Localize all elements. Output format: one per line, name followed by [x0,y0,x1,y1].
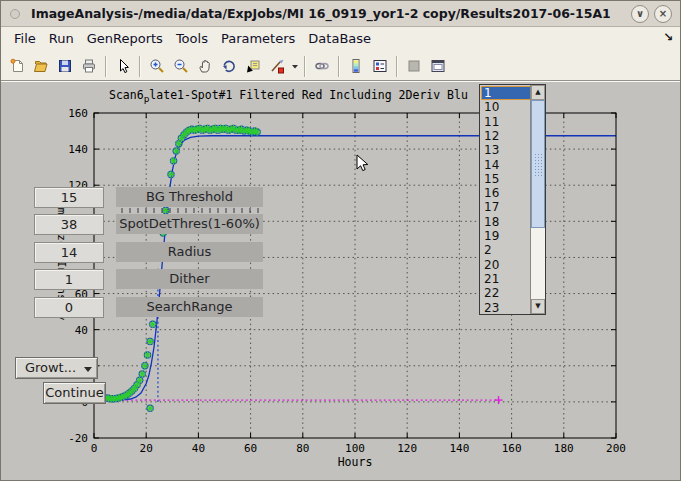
menu-item-genreports[interactable]: GenReports [87,31,163,46]
svg-text:140: 140 [68,143,88,156]
svg-text:Scan6plate1-Spot#1 Filtered Re: Scan6plate1-Spot#1 Filtered Red Includin… [109,88,468,104]
svg-text:-20: -20 [68,432,88,445]
scrollbar-grip [534,153,543,177]
dropdown-item-13[interactable]: 13 [481,143,533,157]
window-menu-button[interactable] [10,9,20,19]
menu-item-parameters[interactable]: Parameters [221,31,295,46]
svg-text:200: 200 [606,442,626,455]
bg-threshold-label: BG Threshold [116,187,263,207]
data-cursor-icon[interactable] [241,53,265,79]
spot-det-thres-label: SpotDetThres(1-60%) [116,214,263,234]
app-window: ImageAnalysis-/media/data/ExpJobs/MI 16_… [0,0,681,481]
dropdown-item-14[interactable]: 14 [481,158,533,172]
dock-figure-icon[interactable] [426,53,450,79]
dropdown-item-18[interactable]: 18 [481,215,533,229]
menu-item-tools[interactable]: Tools [176,31,208,46]
dropdown-item-11[interactable]: 11 [481,115,533,129]
svg-text:160: 160 [68,107,88,120]
brush-icon[interactable] [265,53,289,79]
dropdown-item-23[interactable]: 23 [481,301,533,315]
menu-item-file[interactable]: File [14,31,36,46]
close-window-button[interactable]: × [654,5,672,23]
open-file-icon[interactable] [29,53,53,79]
dropdown-item-22[interactable]: 22 [481,286,533,300]
spot-det-thres-input[interactable] [34,214,104,235]
search-range-input[interactable] [34,297,104,318]
svg-text:160: 160 [502,442,522,455]
zoom-in-icon[interactable] [145,53,169,79]
dither-input[interactable] [34,269,104,290]
radius-label: Radius [116,242,263,262]
radius-input[interactable] [34,242,104,263]
edit-plot-icon[interactable] [111,53,135,79]
svg-text:20: 20 [140,442,153,455]
dropdown-item-16[interactable]: 16 [481,186,533,200]
svg-text:180: 180 [554,442,574,455]
svg-text:40: 40 [192,442,205,455]
colorbar-icon[interactable] [344,53,368,79]
bg-threshold-input[interactable] [34,187,104,208]
spot-number-dropdown-list: 110111213141516171819220212223 ▲ ▼ [479,84,546,315]
dropdown-caret-icon [84,367,92,372]
scroll-down-icon[interactable]: ▼ [531,299,545,314]
scrollbar-thumb[interactable] [531,100,545,228]
svg-text:120: 120 [397,442,417,455]
dropdown-item-15[interactable]: 15 [481,172,533,186]
mouse-cursor [356,154,372,174]
menubar: ↘ FileRunGenReportsToolsParametersDataBa… [1,27,680,52]
window-title: ImageAnalysis-/media/data/ExpJobs/MI 16_… [31,1,610,26]
dropdown-item-21[interactable]: 21 [481,272,533,286]
new-figure-icon[interactable] [5,53,29,79]
dropdown-scrollbar[interactable]: ▲ ▼ [530,85,545,314]
toolbar-separator [396,56,398,77]
pan-icon[interactable] [193,53,217,79]
toolbar-separator [304,56,306,77]
print-icon[interactable] [77,53,101,79]
svg-text:60: 60 [244,442,257,455]
toolbar-separator [139,56,141,77]
toolbar [1,52,680,81]
growth-menu-button[interactable]: Growt... [15,357,98,379]
svg-text:140: 140 [449,442,469,455]
titlebar: ImageAnalysis-/media/data/ExpJobs/MI 16_… [1,1,680,27]
dither-label: Dither [116,269,263,289]
svg-text:40: 40 [75,324,88,337]
occluded-text-fragment [121,208,259,213]
dropdown-item-12[interactable]: 12 [481,129,533,143]
menu-overflow-icon[interactable]: ↘ [663,30,673,44]
scroll-up-icon[interactable]: ▲ [531,85,545,100]
rotate-3d-icon[interactable] [217,53,241,79]
toolbar-separator [338,56,340,77]
continue-button[interactable]: Continue [43,382,106,404]
brush-dropdown-icon[interactable] [289,53,300,79]
hide-plot-tools-icon[interactable] [402,53,426,79]
dropdown-item-17[interactable]: 17 [481,200,533,214]
dropdown-item-10[interactable]: 10 [481,100,533,114]
shade-window-button[interactable]: ∨ [631,5,649,23]
svg-text:0: 0 [91,442,98,455]
figure-canvas: 020406080100120140160180200-200204060801… [1,81,681,481]
zoom-out-icon[interactable] [169,53,193,79]
svg-text:80: 80 [296,442,309,455]
dropdown-item-20[interactable]: 20 [481,258,533,272]
svg-text:100: 100 [345,442,365,455]
toolbar-separator [105,56,107,77]
link-plot-icon[interactable] [310,53,334,79]
growth-menu-label: Growt... [25,360,76,375]
legend-icon[interactable] [368,53,392,79]
dropdown-item-1[interactable]: 1 [481,86,533,100]
save-figure-icon[interactable] [53,53,77,79]
dropdown-item-19[interactable]: 19 [481,229,533,243]
search-range-label: SearchRange [116,297,263,317]
menu-item-run[interactable]: Run [49,31,74,46]
menu-item-database[interactable]: DataBase [308,31,371,46]
svg-text:Hours: Hours [338,455,373,469]
dropdown-item-2[interactable]: 2 [481,243,533,257]
